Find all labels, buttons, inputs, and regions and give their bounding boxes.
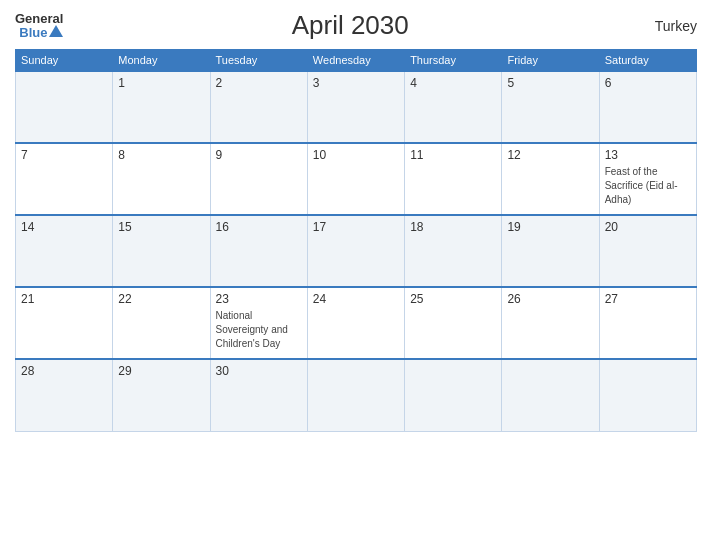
day-number: 27 <box>605 292 691 306</box>
day-number: 5 <box>507 76 593 90</box>
day-number: 15 <box>118 220 204 234</box>
day-number: 8 <box>118 148 204 162</box>
day-cell: 8 <box>113 143 210 215</box>
day-cell: 1 <box>113 71 210 143</box>
day-number: 16 <box>216 220 302 234</box>
day-cell: 15 <box>113 215 210 287</box>
day-number: 10 <box>313 148 399 162</box>
logo: General Blue <box>15 12 63 39</box>
logo-blue-text: Blue <box>19 26 47 39</box>
col-friday: Friday <box>502 50 599 72</box>
day-number: 6 <box>605 76 691 90</box>
day-cell: 14 <box>16 215 113 287</box>
day-number: 28 <box>21 364 107 378</box>
day-number: 19 <box>507 220 593 234</box>
day-number: 11 <box>410 148 496 162</box>
calendar-table: Sunday Monday Tuesday Wednesday Thursday… <box>15 49 697 432</box>
day-cell: 4 <box>405 71 502 143</box>
day-cell: 30 <box>210 359 307 431</box>
day-number: 2 <box>216 76 302 90</box>
day-cell: 7 <box>16 143 113 215</box>
logo-triangle-icon <box>49 25 63 37</box>
day-cell: 28 <box>16 359 113 431</box>
day-cell <box>502 359 599 431</box>
day-cell: 13Feast of the Sacrifice (Eid al-Adha) <box>599 143 696 215</box>
day-cell: 19 <box>502 215 599 287</box>
day-number: 17 <box>313 220 399 234</box>
day-number: 29 <box>118 364 204 378</box>
day-number: 22 <box>118 292 204 306</box>
day-cell <box>599 359 696 431</box>
day-cell: 23National Sovereignty and Children's Da… <box>210 287 307 359</box>
day-cell: 5 <box>502 71 599 143</box>
week-row-3: 14151617181920 <box>16 215 697 287</box>
day-number: 13 <box>605 148 691 162</box>
day-cell: 16 <box>210 215 307 287</box>
day-cell: 27 <box>599 287 696 359</box>
calendar-title: April 2030 <box>63 10 637 41</box>
day-cell: 6 <box>599 71 696 143</box>
day-cell: 10 <box>307 143 404 215</box>
event-label: National Sovereignty and Children's Day <box>216 310 288 349</box>
col-saturday: Saturday <box>599 50 696 72</box>
day-cell: 29 <box>113 359 210 431</box>
day-number: 1 <box>118 76 204 90</box>
day-number: 21 <box>21 292 107 306</box>
col-monday: Monday <box>113 50 210 72</box>
day-number: 23 <box>216 292 302 306</box>
day-cell <box>307 359 404 431</box>
day-cell: 12 <box>502 143 599 215</box>
header: General Blue April 2030 Turkey <box>15 10 697 41</box>
day-cell <box>16 71 113 143</box>
day-number: 3 <box>313 76 399 90</box>
day-cell: 26 <box>502 287 599 359</box>
day-cell: 17 <box>307 215 404 287</box>
col-sunday: Sunday <box>16 50 113 72</box>
event-label: Feast of the Sacrifice (Eid al-Adha) <box>605 166 678 205</box>
calendar-page: General Blue April 2030 Turkey Sunday Mo… <box>0 0 712 550</box>
day-number: 4 <box>410 76 496 90</box>
day-cell: 20 <box>599 215 696 287</box>
day-cell: 2 <box>210 71 307 143</box>
day-number: 26 <box>507 292 593 306</box>
day-number: 18 <box>410 220 496 234</box>
day-cell: 11 <box>405 143 502 215</box>
day-cell: 18 <box>405 215 502 287</box>
week-row-4: 212223National Sovereignty and Children'… <box>16 287 697 359</box>
weekday-header-row: Sunday Monday Tuesday Wednesday Thursday… <box>16 50 697 72</box>
week-row-2: 78910111213Feast of the Sacrifice (Eid a… <box>16 143 697 215</box>
day-number: 25 <box>410 292 496 306</box>
day-number: 7 <box>21 148 107 162</box>
country-label: Turkey <box>637 18 697 34</box>
day-cell: 3 <box>307 71 404 143</box>
week-row-1: 123456 <box>16 71 697 143</box>
day-cell: 9 <box>210 143 307 215</box>
day-cell: 24 <box>307 287 404 359</box>
day-cell <box>405 359 502 431</box>
day-cell: 22 <box>113 287 210 359</box>
week-row-5: 282930 <box>16 359 697 431</box>
day-number: 20 <box>605 220 691 234</box>
logo-general-text: General <box>15 12 63 25</box>
day-number: 24 <box>313 292 399 306</box>
col-thursday: Thursday <box>405 50 502 72</box>
day-cell: 25 <box>405 287 502 359</box>
day-number: 14 <box>21 220 107 234</box>
day-cell: 21 <box>16 287 113 359</box>
col-wednesday: Wednesday <box>307 50 404 72</box>
day-number: 30 <box>216 364 302 378</box>
col-tuesday: Tuesday <box>210 50 307 72</box>
day-number: 9 <box>216 148 302 162</box>
day-number: 12 <box>507 148 593 162</box>
